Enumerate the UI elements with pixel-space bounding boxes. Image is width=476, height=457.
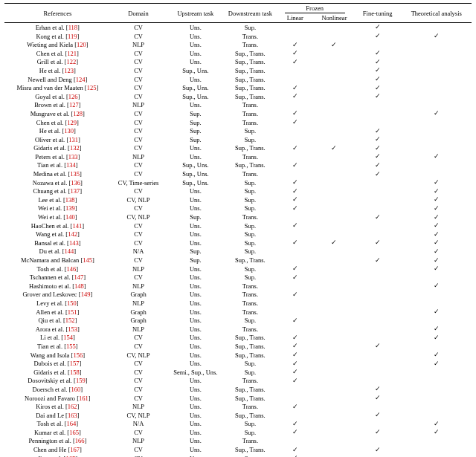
ref-number[interactable]: 133 bbox=[68, 153, 78, 161]
ref-author: Li et al. bbox=[40, 334, 60, 341]
ref-author: Doersch et al. bbox=[33, 386, 68, 393]
ref-number[interactable]: 125 bbox=[87, 84, 97, 91]
ref-number[interactable]: 152 bbox=[65, 317, 75, 324]
ref-number[interactable]: 140 bbox=[65, 213, 75, 221]
ref-number[interactable]: 142 bbox=[68, 230, 77, 238]
cell-theoretical: ✓ bbox=[402, 247, 472, 256]
ref-number[interactable]: 138 bbox=[65, 196, 75, 204]
table-row: Chen et al. [129]CVSup.Trans.✓ bbox=[4, 118, 472, 127]
cell-reference: Bansal et al. [143] bbox=[4, 239, 111, 247]
ref-number[interactable]: 143 bbox=[69, 239, 79, 247]
cell-frozen-linear bbox=[275, 325, 315, 334]
cell-downstream: Sup., Trans. bbox=[225, 75, 275, 84]
cell-frozen-nonlinear bbox=[315, 161, 354, 170]
ref-number[interactable]: 156 bbox=[73, 351, 83, 359]
cell-reference: Oliver et al. [131] bbox=[4, 135, 111, 144]
ref-number[interactable]: 157 bbox=[70, 360, 80, 367]
cell-downstream: Trans. bbox=[225, 402, 275, 411]
ref-number[interactable]: 118 bbox=[68, 24, 77, 31]
cell-finetuning bbox=[354, 454, 402, 457]
ref-number[interactable]: 158 bbox=[70, 369, 80, 376]
ref-number[interactable]: 147 bbox=[74, 273, 83, 281]
ref-number[interactable]: 137 bbox=[71, 187, 80, 195]
ref-number[interactable]: 166 bbox=[75, 437, 85, 444]
cell-finetuning bbox=[354, 437, 402, 446]
ref-number[interactable]: 139 bbox=[65, 204, 75, 212]
ref-number[interactable]: 153 bbox=[68, 325, 77, 333]
cell-theoretical bbox=[402, 83, 472, 92]
ref-number[interactable]: 151 bbox=[68, 308, 77, 316]
ref-number[interactable]: 132 bbox=[70, 144, 80, 152]
table-row: Nozawa et al. [136]CV, Time-seriesSup., … bbox=[4, 178, 472, 187]
ref-number[interactable]: 145 bbox=[83, 256, 92, 264]
cell-domain: NLP bbox=[111, 282, 167, 291]
ref-number[interactable]: 136 bbox=[71, 179, 80, 187]
cell-downstream: Trans. bbox=[225, 213, 275, 221]
ref-number[interactable]: 123 bbox=[64, 67, 74, 74]
ref-number[interactable]: 163 bbox=[68, 412, 77, 419]
cell-reference: Chen and He [167] bbox=[4, 445, 111, 454]
cell-frozen-linear: ✓ bbox=[275, 273, 315, 282]
col-upstream: Upstream task bbox=[166, 4, 225, 23]
ref-number[interactable]: 154 bbox=[63, 334, 73, 341]
cell-frozen-linear bbox=[275, 213, 315, 221]
ref-number[interactable]: 165 bbox=[69, 429, 79, 436]
cell-theoretical: ✓ bbox=[402, 265, 472, 273]
ref-number[interactable]: 130 bbox=[64, 127, 74, 134]
cell-domain: CV bbox=[111, 256, 167, 265]
ref-number[interactable]: 126 bbox=[68, 93, 78, 100]
cell-reference: Tosh et al. [164] bbox=[4, 420, 111, 429]
cell-frozen-nonlinear bbox=[315, 445, 354, 454]
ref-number[interactable]: 150 bbox=[67, 299, 77, 307]
ref-number[interactable]: 167 bbox=[70, 446, 80, 453]
cell-downstream: Trans. bbox=[225, 40, 275, 49]
cell-domain: CV bbox=[111, 445, 167, 454]
ref-number[interactable]: 122 bbox=[66, 58, 76, 65]
ref-number[interactable]: 120 bbox=[77, 41, 86, 48]
ref-number[interactable]: 135 bbox=[70, 170, 80, 178]
ref-number[interactable]: 141 bbox=[72, 222, 82, 230]
ref-number[interactable]: 131 bbox=[68, 136, 78, 143]
ref-number[interactable]: 129 bbox=[67, 119, 77, 126]
cell-reference: Newell and Deng [124] bbox=[4, 75, 111, 84]
ref-author: Pennington et al. bbox=[28, 437, 71, 444]
ref-number[interactable]: 121 bbox=[67, 50, 77, 57]
ref-number[interactable]: 119 bbox=[68, 33, 77, 40]
cell-domain: CV bbox=[111, 204, 167, 213]
ref-number[interactable]: 164 bbox=[67, 420, 77, 427]
ref-number[interactable]: 149 bbox=[81, 291, 91, 298]
ref-number[interactable]: 144 bbox=[65, 247, 74, 255]
cell-upstream: Uns. bbox=[166, 239, 225, 247]
cell-upstream: Uns. bbox=[166, 195, 225, 204]
cell-reference: Chen et al. [121] bbox=[4, 49, 111, 58]
ref-author: HaoChen et al. bbox=[31, 222, 69, 230]
cell-frozen-linear: ✓ bbox=[275, 195, 315, 204]
cell-finetuning bbox=[354, 273, 402, 282]
cell-frozen-nonlinear bbox=[315, 437, 354, 446]
ref-number[interactable]: 146 bbox=[67, 265, 77, 273]
col-references: References bbox=[4, 4, 111, 23]
cell-upstream: Sup. bbox=[166, 247, 225, 256]
ref-number[interactable]: 160 bbox=[71, 386, 81, 393]
cell-downstream: Sup. bbox=[225, 126, 275, 135]
table-row: Oliver et al. [131]CVSup.Sup.✓ bbox=[4, 135, 472, 144]
ref-number[interactable]: 161 bbox=[79, 395, 89, 402]
cell-frozen-linear: ✓ bbox=[275, 445, 315, 454]
cell-upstream: Uns. bbox=[166, 420, 225, 429]
ref-number[interactable]: 159 bbox=[76, 377, 86, 384]
ref-number[interactable]: 127 bbox=[69, 101, 79, 108]
ref-author: Du et al. bbox=[39, 247, 61, 255]
cell-frozen-nonlinear bbox=[315, 66, 354, 75]
ref-number[interactable]: 162 bbox=[68, 403, 77, 410]
cell-theoretical bbox=[402, 144, 472, 153]
cell-frozen-linear bbox=[275, 66, 315, 75]
ref-number[interactable]: 134 bbox=[66, 161, 76, 169]
cell-finetuning bbox=[354, 187, 402, 195]
cell-finetuning bbox=[354, 247, 402, 256]
ref-number[interactable]: 148 bbox=[74, 282, 84, 290]
ref-number[interactable]: 155 bbox=[66, 343, 76, 350]
cell-frozen-nonlinear bbox=[315, 299, 354, 308]
ref-number[interactable]: 124 bbox=[76, 76, 86, 83]
ref-number[interactable]: 128 bbox=[73, 110, 83, 117]
ref-author: Wieting and Kiela bbox=[27, 41, 73, 48]
